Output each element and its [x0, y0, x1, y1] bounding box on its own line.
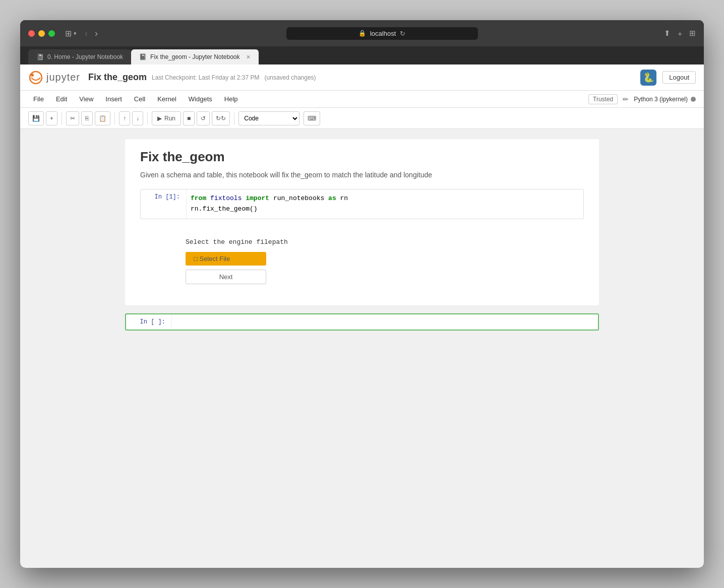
sidebar-toggle[interactable]: ⊞ ▾: [65, 29, 77, 38]
jupyter-app: jupyter Fix the_geom Last Checkpoint: La…: [20, 64, 704, 568]
run-button[interactable]: ▶ Run: [152, 111, 181, 125]
widget-label: Select the engine filepath: [186, 238, 576, 246]
new-tab-icon[interactable]: +: [678, 29, 682, 38]
function-call: rn.fix_the_geom(): [191, 205, 258, 213]
notebook-title-area: Fix the_geom Last Checkpoint: Last Frida…: [88, 72, 631, 83]
notebook-checkpoint: Last Checkpoint: Last Friday at 2:37 PM …: [152, 74, 316, 81]
tab-fix-geom-label: Fix the_geom - Jupyter Notebook: [150, 53, 239, 60]
menu-help[interactable]: Help: [219, 93, 243, 105]
alias-name: rn: [340, 194, 348, 202]
save-button[interactable]: 💾: [28, 111, 44, 125]
minimize-button[interactable]: [38, 30, 45, 37]
edit-icon[interactable]: ✏: [623, 95, 629, 103]
code-line-1: from fixtools import run_notebooks as rn: [191, 193, 579, 204]
import-name: run_notebooks: [273, 194, 328, 202]
add-cell-button[interactable]: +: [46, 111, 57, 125]
tab-home-label: 0. Home - Jupyter Notebook: [47, 53, 123, 60]
code-line-2: rn.fix_the_geom(): [191, 204, 579, 215]
menu-edit[interactable]: Edit: [51, 93, 72, 105]
menu-view[interactable]: View: [74, 93, 98, 105]
module-name: fixtools: [210, 194, 246, 202]
address-bar[interactable]: 🔒 localhost ↻: [286, 27, 478, 40]
notebook-description: Given a schema and table, this notebook …: [140, 171, 584, 179]
select-file-button[interactable]: □ Select File: [186, 252, 266, 266]
cell-type-select[interactable]: CodeMarkdownRaw NBConvertHeading: [238, 111, 299, 125]
keyword-as: as: [328, 194, 336, 202]
stop-button[interactable]: ■: [183, 111, 195, 125]
keyword-import: import: [246, 194, 269, 202]
svg-text:🐍: 🐍: [643, 72, 654, 83]
browser-tabs: 📓 0. Home - Jupyter Notebook 📓 Fix the_g…: [20, 46, 704, 64]
share-icon[interactable]: ⬆: [664, 29, 671, 38]
menu-file[interactable]: File: [28, 93, 49, 105]
jupyter-logo-icon: [28, 70, 43, 85]
jupyter-logo: jupyter: [28, 70, 80, 85]
cell-code-1[interactable]: from fixtools import run_notebooks as rn…: [186, 189, 583, 219]
lock-icon: 🔒: [358, 30, 366, 37]
code-cell-1: In [1]: from fixtools import run_noteboo…: [140, 189, 584, 219]
keyboard-button[interactable]: ⌨: [304, 111, 320, 125]
run-icon: ▶: [157, 115, 162, 122]
next-button[interactable]: Next: [186, 270, 266, 284]
empty-cell[interactable]: In [ ]:: [125, 313, 599, 331]
jupyter-toolbar: 💾 + ✂ ⎘ 📋 ↑ ↓ ▶ Run ■ ↺ ↻↻ CodeMarkdownR…: [20, 108, 704, 129]
run-label: Run: [164, 115, 175, 122]
notebook-name[interactable]: Fix the_geom: [88, 72, 147, 83]
restart-run-button[interactable]: ↻↻: [212, 111, 230, 125]
tab-fix-geom[interactable]: 📓 Fix the_geom - Jupyter Notebook ✕: [131, 49, 258, 64]
separator-4: [234, 112, 234, 124]
svg-point-1: [31, 74, 34, 77]
menu-right: Trusted ✏ Python 3 (ipykernel): [588, 94, 696, 104]
empty-cell-input[interactable]: [171, 314, 598, 329]
notebook-heading: Fix the_geom: [140, 149, 584, 165]
sidebar-icon: ⊞: [65, 29, 72, 38]
separator-3: [147, 112, 148, 124]
widget-area: Select the engine filepath □ Select File…: [186, 233, 576, 289]
forward-button[interactable]: ›: [93, 28, 100, 39]
cell-output-1: Select the engine filepath □ Select File…: [140, 227, 584, 295]
move-down-button[interactable]: ↓: [132, 111, 143, 125]
kernel-status-dot: [691, 97, 696, 102]
restart-button[interactable]: ↺: [197, 111, 210, 125]
sidebar-chevron-icon: ▾: [74, 30, 77, 37]
kernel-info: Python 3 (ipykernel): [634, 96, 696, 103]
grid-icon[interactable]: ⊞: [689, 29, 696, 38]
url-text: localhost: [370, 30, 396, 37]
address-bar-container: 🔒 localhost ↻: [106, 27, 658, 40]
copy-button[interactable]: ⎘: [81, 111, 93, 125]
tab-home-favicon: 📓: [36, 53, 43, 60]
menu-insert[interactable]: Insert: [100, 93, 127, 105]
browser-titlebar: ⊞ ▾ ‹ › 🔒 localhost ↻ ⬆ + ⊞: [20, 20, 704, 46]
nav-buttons: ‹ ›: [83, 28, 100, 39]
jupyter-topbar: jupyter Fix the_geom Last Checkpoint: La…: [20, 64, 704, 91]
traffic-lights: [28, 30, 55, 37]
reload-icon[interactable]: ↻: [400, 30, 405, 37]
menu-widgets[interactable]: Widgets: [184, 93, 217, 105]
menu-kernel[interactable]: Kernel: [152, 93, 182, 105]
tab-close-icon[interactable]: ✕: [246, 54, 251, 60]
browser-window: ⊞ ▾ ‹ › 🔒 localhost ↻ ⬆ + ⊞ 📓 0. Home - …: [20, 20, 704, 568]
separator-2: [114, 112, 115, 124]
notebook-content: Fix the_geom Given a schema and table, t…: [115, 129, 609, 341]
browser-toolbar-right: ⬆ + ⊞: [664, 29, 696, 38]
back-button[interactable]: ‹: [83, 28, 90, 39]
python-logo-icon: 🐍: [639, 69, 657, 87]
fullscreen-button[interactable]: [48, 30, 55, 37]
kernel-name-text: Python 3 (ipykernel): [634, 96, 688, 103]
move-up-button[interactable]: ↑: [119, 111, 130, 125]
jupyter-menubar: File Edit View Insert Cell Kernel Widget…: [20, 91, 704, 108]
jupyter-logo-text: jupyter: [46, 72, 80, 83]
keyword-from: from: [191, 194, 206, 202]
cut-button[interactable]: ✂: [66, 111, 79, 125]
trusted-badge: Trusted: [588, 94, 618, 104]
logout-button[interactable]: Logout: [662, 71, 696, 84]
tab-home[interactable]: 📓 0. Home - Jupyter Notebook: [28, 49, 131, 64]
close-button[interactable]: [28, 30, 35, 37]
cell-prompt-1: In [1]:: [141, 189, 186, 205]
markdown-cell: Fix the_geom Given a schema and table, t…: [125, 139, 599, 305]
separator-1: [62, 112, 62, 124]
empty-cell-prompt: In [ ]:: [126, 314, 171, 330]
paste-button[interactable]: 📋: [95, 111, 110, 125]
menu-cell[interactable]: Cell: [129, 93, 150, 105]
jupyter-topbar-right: 🐍 Logout: [639, 69, 696, 87]
